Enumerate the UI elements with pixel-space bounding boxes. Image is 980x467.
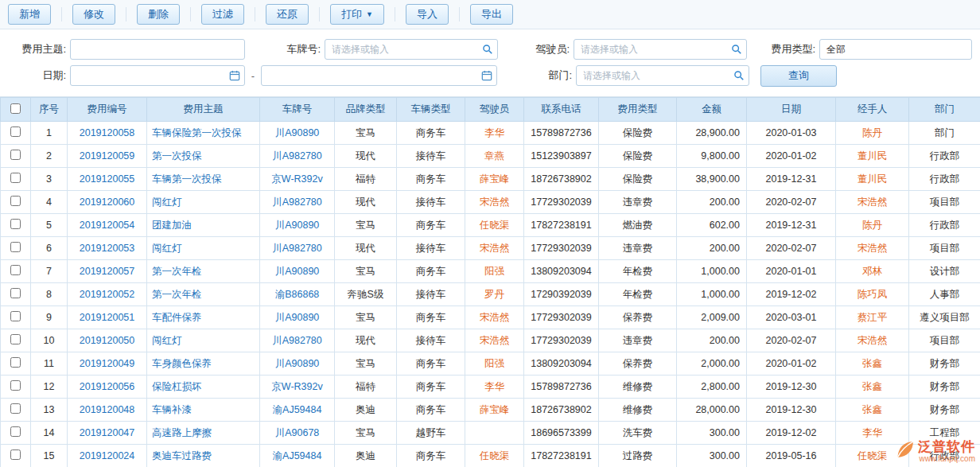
row-checkbox[interactable] — [10, 242, 21, 252]
plate-cell[interactable]: 川A982780 — [260, 329, 335, 352]
toolbar: 新增 修改 删除 过滤 还原 打印 ▼ 导入 导出 — [0, 0, 980, 29]
row-checkbox[interactable] — [10, 311, 21, 321]
plate-cell[interactable]: 川A982780 — [260, 145, 335, 168]
header-code: 费用编号 — [68, 98, 147, 122]
add-button[interactable]: 新增 — [8, 4, 51, 25]
expense-subject-link[interactable]: 车辆第一次投保 — [147, 168, 260, 191]
expense-subject-link[interactable]: 车辆补漆 — [147, 399, 260, 422]
expense-subject-link[interactable]: 高速路上摩擦 — [147, 422, 260, 445]
expense-subject-link[interactable]: 奥迪车过路费 — [147, 445, 260, 467]
expense-subject-link[interactable]: 第一次年检 — [147, 260, 260, 283]
handler-cell: 邓林 — [836, 260, 909, 283]
row-checkbox[interactable] — [10, 449, 21, 460]
expense-subject-link[interactable]: 车身颜色保养 — [147, 352, 260, 376]
seq-cell: 2 — [31, 145, 68, 168]
plate-cell[interactable]: 川A90678 — [260, 422, 335, 445]
plate-cell[interactable]: 渝AJ59484 — [260, 445, 335, 467]
plate-cell[interactable]: 川A982780 — [260, 237, 335, 260]
dept-input[interactable] — [576, 65, 749, 86]
plate-cell[interactable]: 川A90890 — [260, 306, 335, 329]
row-checkbox[interactable] — [10, 150, 21, 160]
date-cell: 2019-12-02 — [747, 422, 836, 445]
calendar-icon[interactable] — [229, 70, 240, 81]
expense-code-link[interactable]: 2019120060 — [68, 191, 147, 214]
expense-subject-link[interactable]: 第一次年检 — [147, 283, 260, 306]
select-all-checkbox[interactable] — [10, 103, 21, 114]
expense-code-link[interactable]: 2019120055 — [68, 168, 147, 191]
calendar-icon[interactable] — [481, 70, 492, 81]
expense-code-link[interactable]: 2019120054 — [68, 214, 147, 237]
row-checkbox[interactable] — [10, 288, 21, 298]
plate-cell[interactable]: 川A90890 — [260, 122, 335, 145]
row-checkbox[interactable] — [10, 334, 21, 344]
expense-subject-link[interactable]: 闯红灯 — [147, 191, 260, 214]
plate-cell[interactable]: 川A90890 — [260, 214, 335, 237]
expense-subject-link[interactable]: 闯红灯 — [147, 329, 260, 352]
edit-button[interactable]: 修改 — [72, 4, 115, 25]
row-checkbox[interactable] — [10, 403, 21, 414]
expense-subject-link[interactable]: 团建加油 — [147, 214, 260, 237]
driver-input[interactable] — [574, 39, 747, 60]
expense-code-link[interactable]: 2019120057 — [68, 260, 147, 283]
expense-subject-link[interactable]: 第一次投保 — [147, 145, 260, 168]
row-checkbox[interactable] — [10, 380, 21, 391]
query-button[interactable]: 查询 — [760, 65, 837, 87]
date-range-separator: - — [245, 70, 261, 82]
expense-subject-link[interactable]: 车配件保养 — [147, 306, 260, 329]
expense-code-link[interactable]: 2019120053 — [68, 237, 147, 260]
row-checkbox-cell — [1, 445, 31, 467]
plate-cell[interactable]: 渝B86868 — [260, 283, 335, 306]
expense-code-link[interactable]: 2019120047 — [68, 422, 147, 445]
seq-cell: 5 — [31, 214, 68, 237]
plate-cell[interactable]: 京W-R392v — [260, 168, 335, 191]
row-checkbox[interactable] — [10, 196, 21, 206]
restore-button[interactable]: 还原 — [266, 4, 309, 25]
search-icon[interactable] — [482, 44, 493, 55]
expense-code-link[interactable]: 2019120049 — [68, 352, 147, 376]
select-all-cell — [1, 98, 31, 122]
import-button[interactable]: 导入 — [406, 4, 449, 25]
expense-code-link[interactable]: 2019120024 — [68, 445, 147, 467]
expense-code-link[interactable]: 2019120048 — [68, 399, 147, 422]
table-row: 152019120024奥迪车过路费渝AJ59484奥迪商务车任晓渠178272… — [1, 445, 980, 467]
plate-cell[interactable]: 川A90890 — [260, 260, 335, 283]
row-checkbox[interactable] — [10, 357, 21, 368]
subject-input[interactable] — [70, 39, 245, 60]
expense-code-link[interactable]: 2019120056 — [68, 376, 147, 399]
print-button[interactable]: 打印 ▼ — [330, 4, 384, 25]
filter-button[interactable]: 过滤 — [201, 4, 244, 25]
plate-cell[interactable]: 京W-R392v — [260, 376, 335, 399]
row-checkbox[interactable] — [10, 219, 21, 229]
search-icon[interactable] — [731, 44, 742, 55]
expense-code-link[interactable]: 2019120051 — [68, 306, 147, 329]
date-to-input[interactable] — [261, 65, 497, 86]
expense-subject-link[interactable]: 保险杠损坏 — [147, 376, 260, 399]
row-checkbox[interactable] — [10, 126, 21, 137]
plate-input[interactable] — [325, 39, 498, 60]
row-checkbox[interactable] — [10, 173, 21, 183]
delete-button[interactable]: 删除 — [137, 4, 180, 25]
export-button[interactable]: 导出 — [470, 4, 513, 25]
expense-code-link[interactable]: 2019120059 — [68, 145, 147, 168]
row-checkbox-cell — [1, 422, 31, 445]
expense-code-link[interactable]: 2019120052 — [68, 283, 147, 306]
fee-type-select[interactable] — [819, 39, 972, 60]
row-checkbox[interactable] — [10, 426, 21, 437]
date-cell: 2020-01-02 — [747, 145, 836, 168]
brand-cell: 奥迪 — [335, 445, 397, 467]
table-row: 82019120052第一次年检渝B86868奔驰S级接待车罗丹17290392… — [1, 283, 980, 306]
phone-cell: 18726738902 — [524, 168, 599, 191]
expense-code-link[interactable]: 2019120050 — [68, 329, 147, 352]
handler-cell: 宋浩然 — [836, 191, 909, 214]
amount-cell: 602.00 — [677, 214, 747, 237]
row-checkbox[interactable] — [10, 265, 21, 275]
date-from-input[interactable] — [70, 65, 245, 86]
expense-code-link[interactable]: 2019120058 — [68, 122, 147, 145]
driver-cell: 阳强 — [465, 352, 524, 376]
plate-cell[interactable]: 川A90890 — [260, 352, 335, 376]
search-icon[interactable] — [733, 70, 745, 81]
plate-cell[interactable]: 川A982780 — [260, 191, 335, 214]
plate-cell[interactable]: 渝AJ59484 — [260, 399, 335, 422]
expense-subject-link[interactable]: 车辆保险第一次投保 — [147, 122, 260, 145]
expense-subject-link[interactable]: 闯红灯 — [147, 237, 260, 260]
